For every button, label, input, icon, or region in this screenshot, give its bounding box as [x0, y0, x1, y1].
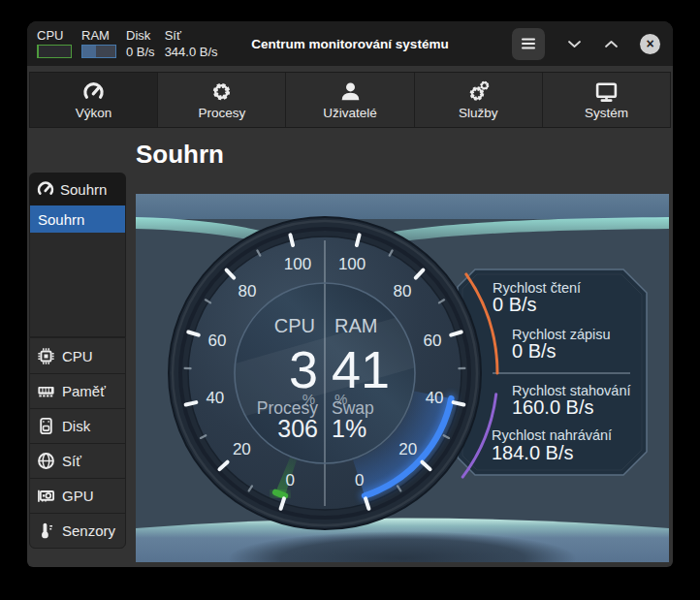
sidebar-list: Souhrn — [29, 205, 126, 337]
network-indicator-label: Síť — [165, 29, 218, 43]
memory-icon — [37, 382, 55, 400]
gpu-icon — [37, 487, 55, 505]
titlebar: CPU RAM Disk 0 B/s Síť 344.0 B/s Centrum… — [27, 21, 673, 66]
thermometer-icon — [37, 521, 55, 540]
cpu-indicator-label: CPU — [37, 29, 72, 43]
tab-procesy[interactable]: Procesy — [158, 73, 286, 127]
tab-label: Služby — [459, 106, 498, 120]
sidebar-item-label: GPU — [62, 488, 94, 504]
cpu-usage-bar — [37, 45, 72, 58]
ram-gauge-value: 41 — [332, 340, 390, 398]
svg-text:80: 80 — [239, 282, 257, 300]
tab-uzivatele[interactable]: Uživatelé — [286, 73, 414, 127]
tab-label: Procesy — [198, 106, 245, 120]
hamburger-icon — [521, 37, 536, 50]
disk-indicator-value: 0 B/s — [126, 45, 155, 59]
svg-text:100: 100 — [284, 255, 311, 273]
network-globe-icon — [37, 452, 55, 470]
upload-speed-label: Rychlost nahrávání — [492, 427, 612, 443]
tab-system[interactable]: Systém — [543, 73, 670, 127]
speedometer-icon — [36, 179, 55, 199]
sidebar-header-label: Souhrn — [60, 181, 107, 198]
svg-text:0: 0 — [285, 471, 294, 489]
sidebar-item-label: Paměť — [62, 383, 106, 399]
dual-gauge: 020406080100020406080100 CPU RAM 3 41 % … — [169, 217, 481, 529]
disk-indicator: Disk 0 B/s — [126, 29, 155, 59]
svg-text:20: 20 — [398, 440, 417, 458]
disk-icon — [37, 417, 55, 435]
swap-value: 1% — [332, 415, 366, 442]
headerbar-indicators: CPU RAM Disk 0 B/s Síť 344.0 B/s — [27, 29, 218, 59]
tab-vykon[interactable]: Výkon — [30, 73, 158, 127]
svg-text:100: 100 — [338, 255, 366, 273]
network-indicator-value: 344.0 B/s — [165, 45, 218, 59]
app-window: CPU RAM Disk 0 B/s Síť 344.0 B/s Centrum… — [27, 21, 673, 567]
services-icon — [466, 79, 491, 104]
tab-label: Uživatelé — [323, 106, 377, 120]
tab-label: Výkon — [76, 106, 112, 120]
page-title: Souhrn — [136, 140, 224, 170]
sidebar-item-label: Síť — [62, 453, 81, 469]
sidebar-item-sit[interactable]: Síť — [30, 443, 125, 478]
disk-indicator-label: Disk — [126, 29, 155, 43]
sidebar-item-gpu[interactable]: GPU — [30, 478, 125, 513]
download-speed-value: 160.0 B/s — [512, 396, 594, 418]
sidebar: Souhrn Souhrn CPU Paměť Disk Síť — [29, 173, 126, 549]
cpu-gauge-name: CPU — [274, 315, 315, 336]
svg-text:0: 0 — [355, 471, 364, 489]
minimize-button[interactable] — [566, 36, 583, 52]
chevron-up-icon — [604, 40, 619, 48]
sidebar-item-disk[interactable]: Disk — [30, 408, 125, 443]
network-info-panel: Rychlost čtení 0 B/s Rychlost zápisu 0 B… — [458, 269, 647, 475]
sidebar-item-label: Souhrn — [38, 211, 84, 228]
user-icon — [338, 79, 363, 104]
ram-indicator: RAM — [81, 29, 116, 58]
write-speed-value: 0 B/s — [512, 340, 557, 362]
tab-sluzby[interactable]: Služby — [415, 73, 543, 127]
tab-label: Systém — [585, 106, 628, 120]
sidebar-item-senzory[interactable]: Senzory — [30, 513, 125, 548]
svg-text:20: 20 — [233, 440, 251, 458]
panel-top-band — [136, 194, 669, 219]
svg-text:60: 60 — [424, 332, 442, 350]
ram-gauge-name: RAM — [334, 315, 377, 336]
ram-indicator-label: RAM — [81, 29, 116, 43]
ram-usage-bar — [81, 45, 116, 58]
chevron-down-icon — [567, 40, 582, 48]
read-speed-value: 0 B/s — [493, 294, 537, 315]
maximize-button[interactable] — [603, 36, 620, 52]
summary-dashboard: Rychlost čtení 0 B/s Rychlost zápisu 0 B… — [136, 194, 669, 562]
svg-text:40: 40 — [426, 389, 444, 407]
menu-button[interactable] — [512, 28, 545, 60]
upload-speed-value: 184.0 B/s — [492, 442, 574, 463]
sidebar-item-label: CPU — [62, 348, 93, 364]
sidebar-item-cpu[interactable]: CPU — [30, 338, 125, 373]
sidebar-item-label: Disk — [62, 418, 90, 434]
window-title: Centrum monitorování systému — [251, 37, 448, 51]
svg-text:60: 60 — [207, 332, 226, 350]
processes-value: 306 — [277, 415, 318, 442]
close-button[interactable]: × — [640, 34, 660, 54]
speedometer-icon — [81, 79, 106, 104]
sidebar-header-souhrn[interactable]: Souhrn — [29, 173, 126, 205]
sidebar-item-label: Senzory — [62, 522, 115, 539]
svg-text:40: 40 — [206, 389, 224, 407]
summary-gauge: Rychlost čtení 0 B/s Rychlost zápisu 0 B… — [136, 194, 669, 562]
gear-icon — [209, 79, 234, 104]
sidebar-device-list: CPU Paměť Disk Síť GPU Senzory — [29, 337, 126, 549]
window-controls: × — [512, 21, 673, 66]
sidebar-item-souhrn[interactable]: Souhrn — [30, 205, 125, 233]
svg-text:80: 80 — [394, 282, 412, 300]
cpu-gauge-value: 3 — [289, 340, 318, 398]
cpu-indicator: CPU — [37, 29, 72, 58]
cpu-chip-icon — [37, 347, 55, 365]
monitor-icon — [594, 79, 619, 104]
sidebar-item-pamet[interactable]: Paměť — [30, 373, 125, 408]
network-indicator: Síť 344.0 B/s — [165, 29, 218, 59]
main-tab-bar: Výkon Procesy Uživatelé Služby Systém — [29, 72, 671, 128]
